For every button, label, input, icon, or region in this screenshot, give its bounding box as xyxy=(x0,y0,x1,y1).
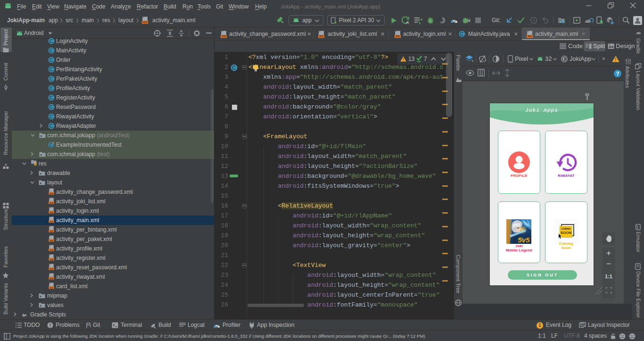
svg-text:<>: <> xyxy=(319,34,323,38)
svg-text:5v5: 5v5 xyxy=(518,236,530,244)
svg-text:<>: <> xyxy=(50,201,53,204)
svg-text:<>: <> xyxy=(222,34,225,38)
svg-text:<>: <> xyxy=(528,34,531,38)
svg-text:<>: <> xyxy=(50,286,53,289)
svg-text:COMING: COMING xyxy=(561,227,571,230)
svg-text:<>: <> xyxy=(50,239,53,242)
svg-text:<>: <> xyxy=(50,192,53,195)
svg-text:<>: <> xyxy=(50,249,53,251)
svg-text:<>: <> xyxy=(50,211,53,214)
svg-text:<>: <> xyxy=(396,34,399,38)
svg-text:<>: <> xyxy=(143,20,147,24)
svg-text:A: A xyxy=(406,20,409,25)
svg-text:<>: <> xyxy=(50,277,53,280)
svg-text:<>: <> xyxy=(50,258,53,261)
svg-text:SOON: SOON xyxy=(561,231,572,235)
svg-text:<>: <> xyxy=(50,230,53,233)
svg-text:<>: <> xyxy=(50,220,53,223)
svg-text:<>: <> xyxy=(50,267,53,270)
